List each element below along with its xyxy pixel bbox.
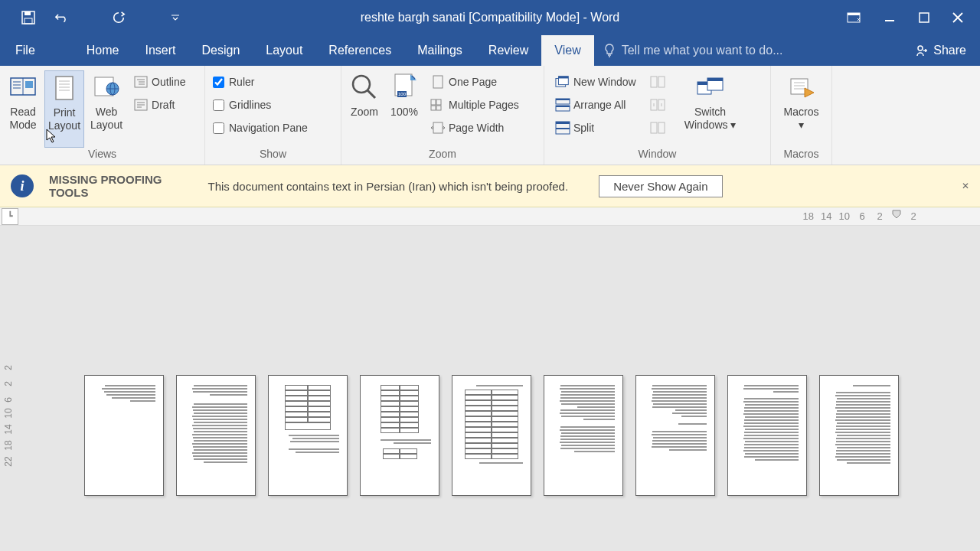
page-thumbnail[interactable] xyxy=(819,375,899,496)
svg-rect-2 xyxy=(24,18,32,24)
group-views-label: Views xyxy=(5,148,200,160)
group-window: New Window Arrange All Split Switc xyxy=(544,66,771,165)
svg-rect-41 xyxy=(433,122,443,133)
svg-rect-61 xyxy=(707,78,723,81)
maximize-icon[interactable] xyxy=(919,12,929,23)
svg-rect-50 xyxy=(556,122,570,124)
svg-rect-39 xyxy=(431,106,436,110)
gridlines-checkbox[interactable]: Gridlines xyxy=(213,93,308,116)
page-thumbnail[interactable] xyxy=(544,375,623,496)
tab-mailings[interactable]: Mailings xyxy=(404,35,475,66)
ribbon-display-options-icon[interactable] xyxy=(847,12,861,23)
ribbon: Read Mode Print Layout Web Layout Outlin… xyxy=(0,66,980,165)
page-thumbnail[interactable] xyxy=(727,375,807,496)
sync-scroll-icon xyxy=(650,98,665,112)
web-layout-icon xyxy=(91,72,122,103)
svg-rect-53 xyxy=(658,77,665,87)
page-width-button[interactable]: Page Width xyxy=(427,116,522,139)
draft-icon xyxy=(133,98,149,112)
close-icon[interactable] xyxy=(952,12,963,23)
svg-rect-13 xyxy=(25,81,33,88)
one-page-icon xyxy=(430,75,446,89)
tab-insert[interactable]: Insert xyxy=(132,35,188,66)
horizontal-ruler[interactable]: 18 14 10 6 2 2 xyxy=(803,210,919,222)
share-icon xyxy=(915,44,929,57)
multiple-pages-button[interactable]: Multiple Pages xyxy=(427,93,522,116)
info-icon: i xyxy=(11,174,34,197)
tab-review[interactable]: Review xyxy=(475,35,541,66)
svg-rect-57 xyxy=(658,122,665,133)
page-thumbnail[interactable] xyxy=(268,375,348,496)
tab-layout[interactable]: Layout xyxy=(253,35,315,66)
page-thumbnail[interactable] xyxy=(84,375,164,496)
read-mode-button[interactable]: Read Mode xyxy=(5,70,41,148)
tell-me-search[interactable]: Tell me what you want to do... xyxy=(594,35,902,66)
tell-me-placeholder: Tell me what you want to do... xyxy=(622,44,783,57)
split-button[interactable]: Split xyxy=(552,116,639,139)
zoom-100-button[interactable]: 100 100% xyxy=(386,70,423,148)
tab-view[interactable]: View xyxy=(541,35,593,66)
close-warning-icon[interactable]: ✕ xyxy=(962,181,969,191)
navigation-pane-checkbox[interactable]: Navigation Pane xyxy=(213,116,308,139)
page-width-icon xyxy=(430,121,446,135)
multiple-pages-icon xyxy=(430,98,446,112)
page-thumbnail[interactable] xyxy=(635,375,715,496)
quick-access-toolbar xyxy=(0,11,182,24)
side-by-side-icon xyxy=(650,75,665,89)
document-area[interactable]: 2 2 6 10 14 18 22 xyxy=(0,226,980,551)
undo-icon[interactable] xyxy=(55,11,69,24)
sync-scroll-button[interactable] xyxy=(647,93,668,116)
page-thumbnail[interactable] xyxy=(452,375,531,496)
lightbulb-icon xyxy=(603,43,616,58)
customize-qat-icon[interactable] xyxy=(168,11,182,24)
draft-button[interactable]: Draft xyxy=(130,93,188,116)
group-show-label: Show xyxy=(210,148,336,160)
tab-design[interactable]: Design xyxy=(188,35,253,66)
ruler-checkbox[interactable]: Ruler xyxy=(213,70,308,93)
indent-marker-icon[interactable] xyxy=(892,210,901,222)
tab-home[interactable]: Home xyxy=(74,35,132,66)
svg-rect-37 xyxy=(431,99,436,105)
svg-line-32 xyxy=(368,90,375,98)
print-layout-icon xyxy=(49,73,80,103)
page-thumbnail[interactable] xyxy=(176,375,256,496)
group-macros: Macros▾ Macros xyxy=(771,66,832,165)
share-button[interactable]: Share xyxy=(901,35,980,66)
group-zoom-label: Zoom xyxy=(346,148,539,160)
macros-button[interactable]: Macros▾ xyxy=(781,70,822,148)
tab-references[interactable]: References xyxy=(315,35,404,66)
svg-point-31 xyxy=(353,76,370,93)
proofing-warning-bar: i MISSING PROOFINGTOOLS This document co… xyxy=(0,165,980,207)
warning-text: This document contains text in Persian (… xyxy=(208,180,569,193)
save-icon[interactable] xyxy=(21,11,35,24)
arrange-all-button[interactable]: Arrange All xyxy=(552,93,639,116)
ruler-area: ┗ 18 14 10 6 2 2 xyxy=(0,207,980,226)
reset-window-icon xyxy=(650,121,665,135)
ribbon-tabs: File Home Insert Design Layout Reference… xyxy=(0,35,980,66)
svg-text:100: 100 xyxy=(398,92,407,96)
view-side-by-side-button[interactable] xyxy=(647,70,668,93)
svg-rect-44 xyxy=(559,77,569,79)
never-show-again-button[interactable]: Never Show Again xyxy=(599,175,722,197)
page-thumbnail[interactable] xyxy=(360,375,439,496)
ruler-corner[interactable]: ┗ xyxy=(2,208,18,225)
svg-rect-14 xyxy=(56,77,73,99)
svg-rect-6 xyxy=(920,13,929,22)
group-window-label: Window xyxy=(549,148,766,160)
tab-file[interactable]: File xyxy=(0,35,51,66)
redo-icon[interactable] xyxy=(112,11,126,24)
vertical-ruler[interactable]: 2 2 6 10 14 18 22 xyxy=(3,360,13,467)
one-page-button[interactable]: One Page xyxy=(427,70,522,93)
outline-button[interactable]: Outline xyxy=(130,70,188,93)
group-views: Read Mode Print Layout Web Layout Outlin… xyxy=(0,66,205,165)
print-layout-button[interactable]: Print Layout xyxy=(44,70,84,148)
web-layout-button[interactable]: Web Layout xyxy=(87,70,126,148)
switch-windows-button[interactable]: Switch Windows ▾ xyxy=(681,70,740,148)
zoom-button[interactable]: Zoom xyxy=(346,70,383,148)
group-show: Ruler Gridlines Navigation Pane Show xyxy=(205,66,341,165)
reset-window-pos-button[interactable] xyxy=(647,116,668,139)
group-zoom: Zoom 100 100% One Page Multiple Pages Pa… xyxy=(341,66,544,165)
page-thumbnails xyxy=(84,375,899,496)
minimize-icon[interactable] xyxy=(884,11,896,24)
new-window-button[interactable]: New Window xyxy=(552,70,639,93)
